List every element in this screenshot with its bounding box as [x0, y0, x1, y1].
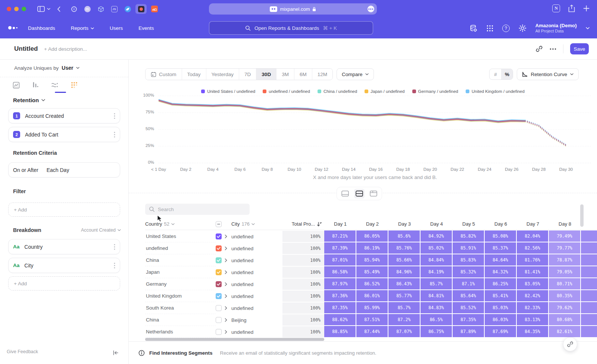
row-checkbox[interactable]	[216, 305, 225, 311]
retention-cell[interactable]: 86.25%	[485, 278, 516, 289]
retention-cell[interactable]: 85.32%	[453, 266, 484, 277]
help-icon[interactable]: ?	[502, 25, 510, 32]
row-checkbox[interactable]	[216, 245, 225, 251]
day-column-header[interactable]: Day 1	[324, 221, 356, 227]
range-12m[interactable]: 12M	[312, 69, 332, 80]
select-all-checkbox[interactable]	[216, 221, 225, 227]
expand-row-icon[interactable]	[225, 317, 231, 323]
day-column-header[interactable]: Day 3	[388, 221, 421, 227]
view-toggle-split-icon[interactable]	[354, 189, 365, 198]
retention-cell[interactable]: 87.39%	[324, 242, 356, 254]
find-segments-link[interactable]: Find Interesting Segments	[149, 350, 213, 356]
mixpanel-logo[interactable]	[8, 26, 18, 29]
retention-cell[interactable]: 87.97%	[324, 278, 356, 289]
retention-cell[interactable]: 78.87%	[549, 254, 580, 266]
retention-cell[interactable]: 85.02%	[421, 242, 452, 254]
retention-cell[interactable]: 85.03%	[485, 302, 516, 313]
nav-reports[interactable]: Reports	[71, 25, 94, 31]
retention-cell[interactable]: 85.52%	[453, 302, 484, 313]
retention-cell[interactable]: 82.42%	[517, 290, 548, 301]
notion-extension-icon[interactable]: N	[552, 4, 560, 12]
percent-toggle[interactable]: %	[501, 69, 513, 79]
retention-cell[interactable]: 84.81%	[421, 290, 452, 301]
retention-cell[interactable]: 85.08%	[485, 230, 516, 242]
add-filter-button[interactable]: + Add	[8, 203, 120, 217]
retention-cell[interactable]: 81.41%	[517, 266, 548, 277]
retention-criteria-card[interactable]: On or After Each Day	[8, 162, 120, 178]
range-custom[interactable]: Custom	[146, 69, 182, 80]
expand-row-icon[interactable]	[225, 329, 231, 335]
day-column-header[interactable]: Day 4	[421, 221, 453, 227]
retention-cell[interactable]: 83.13%	[517, 314, 548, 325]
retention-cell[interactable]: 85.7%	[421, 278, 452, 289]
view-toggle-chart-icon[interactable]	[340, 189, 350, 198]
criteria-interval[interactable]: Each Day	[47, 167, 69, 173]
expand-row-icon[interactable]	[225, 257, 231, 264]
retention-cell[interactable]: 87.36%	[324, 290, 356, 301]
chart-type-select[interactable]: Retention Curve	[517, 68, 579, 80]
close-window-button[interactable]	[7, 7, 11, 11]
project-switcher[interactable]: Amazonia {Demo} All Project Data	[535, 23, 577, 34]
expand-row-icon[interactable]	[225, 233, 231, 240]
back-button[interactable]	[57, 6, 60, 12]
range-6m[interactable]: 6M	[294, 69, 312, 80]
analyze-entity-select[interactable]: User	[62, 65, 73, 71]
tab-favicon-soundcloud-icon[interactable]	[149, 4, 160, 14]
retention-cell[interactable]: 87.35%	[453, 314, 484, 325]
retention-cell[interactable]: 87.44%	[356, 326, 388, 337]
retention-cell[interactable]: 84.35%	[517, 326, 548, 337]
retention-line-chart[interactable]	[159, 95, 591, 164]
row-checkbox[interactable]	[216, 281, 225, 287]
retention-cell[interactable]: 86.5%	[421, 314, 452, 325]
vertical-scrollbar[interactable]	[580, 204, 584, 227]
retention-cell[interactable]: 82.04%	[517, 230, 548, 242]
breakdown-event-select[interactable]: Account Created	[81, 228, 121, 233]
range-30d[interactable]: 30D	[256, 69, 276, 80]
kebab-menu-icon[interactable]	[114, 132, 115, 138]
compare-button[interactable]: Compare	[337, 68, 374, 80]
tab-favicon-cube-icon[interactable]	[95, 4, 106, 14]
retention-cell[interactable]: 85.94%	[356, 254, 388, 266]
legend-item[interactable]: United States / undefined	[201, 89, 255, 94]
retention-cell[interactable]: 80.71%	[549, 278, 580, 289]
add-breakdown-button[interactable]: + Add	[8, 276, 120, 291]
expand-row-icon[interactable]	[225, 305, 231, 311]
absolute-numbers-toggle[interactable]: #	[490, 69, 501, 79]
retention-section-header[interactable]: Retention	[13, 97, 45, 103]
kebab-menu-icon[interactable]	[114, 113, 115, 119]
legend-item[interactable]: Japan / undefined	[365, 89, 404, 94]
retention-cell[interactable]: 84.83%	[421, 302, 452, 313]
legend-item[interactable]: China / undefined	[318, 89, 357, 94]
retention-cell[interactable]: 86.05%	[356, 230, 388, 242]
legend-item[interactable]: Germany / undefined	[412, 89, 458, 94]
retention-cell[interactable]: 85.64%	[453, 290, 484, 301]
tab-retention-icon[interactable]	[69, 80, 79, 90]
criteria-mode[interactable]: On or After	[13, 167, 38, 173]
retention-cell[interactable]: 86.01%	[356, 290, 388, 301]
total-column-header[interactable]: Total Pro...	[282, 221, 324, 227]
nav-users[interactable]: Users	[110, 25, 123, 31]
retention-cell[interactable]: 87.69%	[485, 326, 516, 337]
row-checkbox[interactable]	[216, 317, 225, 323]
retention-cell[interactable]: 87.1%	[453, 278, 484, 289]
breakdown-city-card[interactable]: Aa City	[8, 258, 120, 273]
retention-cell[interactable]: 85.91%	[453, 242, 484, 254]
row-checkbox[interactable]	[216, 329, 225, 335]
retention-cell[interactable]: 82.56%	[517, 242, 548, 254]
row-checkbox[interactable]	[216, 257, 225, 263]
tab-flows-icon[interactable]	[50, 80, 60, 90]
nav-events[interactable]: Events	[138, 25, 154, 31]
retention-cell[interactable]: 84.92%	[421, 230, 452, 242]
retention-cell[interactable]: 81.76%	[517, 254, 548, 266]
tab-funnels-icon[interactable]	[31, 80, 40, 90]
breakdown-country-card[interactable]: Aa Country	[8, 239, 120, 254]
address-more-icon[interactable]: •••	[368, 6, 374, 12]
nav-dashboards[interactable]: Dashboards	[28, 25, 55, 31]
retention-cell[interactable]: 79.77%	[549, 242, 580, 254]
tab-favicon-ring-icon[interactable]	[68, 4, 79, 14]
retention-cell[interactable]: 85.76%	[388, 242, 420, 254]
give-feedback-link[interactable]: Give Feedback	[7, 349, 38, 354]
tab-insights-icon[interactable]	[11, 80, 21, 90]
retention-cell[interactable]: 83.05%	[517, 278, 548, 289]
step-1-card[interactable]: 1 Account Created	[8, 108, 120, 123]
